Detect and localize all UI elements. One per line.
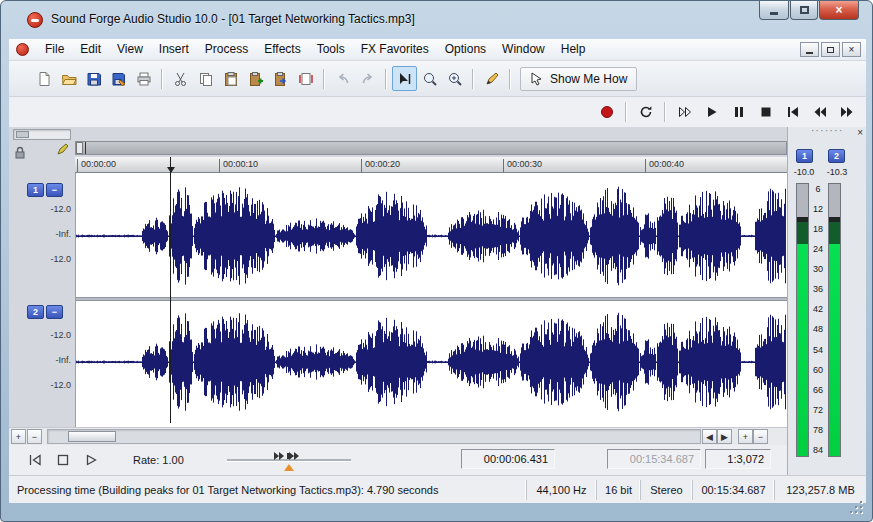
record-button[interactable] (593, 100, 620, 124)
show-me-how-button[interactable]: Show Me How (520, 67, 637, 91)
pause-button[interactable] (725, 100, 752, 124)
cut-button[interactable] (168, 66, 193, 91)
save-button[interactable] (81, 66, 106, 91)
menu-item-window[interactable]: Window (494, 39, 553, 60)
ruler-tick-00-00-10: 00:00:10 (219, 159, 258, 172)
title-bar[interactable]: Sound Forge Audio Studio 10.0 - [01 Targ… (1, 1, 872, 37)
print-button[interactable] (131, 66, 156, 91)
meter-scale-84: 84 (809, 446, 827, 455)
toolbar-separator (323, 69, 325, 89)
scroll-left-button[interactable]: ◀ (702, 429, 717, 444)
zoom-out-button[interactable]: − (27, 429, 42, 444)
open-button[interactable] (56, 66, 81, 91)
channel-1-badge[interactable]: 1 (27, 183, 44, 197)
edit-tool-button[interactable] (392, 66, 417, 91)
playbar-play-button[interactable] (79, 450, 103, 470)
meter-scale-18: 18 (809, 225, 827, 234)
zoom-in-button[interactable]: + (11, 429, 26, 444)
close-button[interactable]: × (819, 1, 859, 20)
channel-2-minimize-button[interactable]: − (46, 305, 63, 319)
maximize-button[interactable] (790, 1, 818, 20)
meter-peak-2[interactable]: -10.3 (822, 167, 852, 177)
menu-item-fx-favorites[interactable]: FX Favorites (353, 39, 437, 60)
zoom-in-time-button[interactable]: + (738, 429, 753, 444)
meter-scale-6: 6 (809, 185, 827, 194)
menu-item-insert[interactable]: Insert (151, 39, 197, 60)
magnify-tool-button[interactable] (417, 66, 442, 91)
paste-special-button[interactable] (243, 66, 268, 91)
scroll-right-button[interactable]: ▶ (717, 429, 732, 444)
new-button[interactable] (31, 66, 56, 91)
overview-thumb[interactable] (76, 142, 83, 154)
open-folder-icon (61, 71, 77, 87)
undo-button[interactable] (330, 66, 355, 91)
go-to-start-icon (785, 105, 801, 119)
playbar-go-start-button[interactable] (23, 450, 47, 470)
play-button[interactable] (698, 100, 725, 124)
trim-icon (298, 71, 314, 87)
overview-bar[interactable] (75, 141, 787, 155)
zoom-ratio-display: 1:3,072 (705, 449, 771, 469)
meter-channel-2-label: 2 (828, 149, 845, 163)
waveform-area (75, 173, 787, 427)
menu-item-effects[interactable]: Effects (256, 39, 308, 60)
resize-grip[interactable] (849, 500, 862, 513)
pencil-tool-button[interactable] (479, 66, 504, 91)
zoom-tool-icon (447, 71, 463, 87)
zoom-out-time-button[interactable]: − (753, 429, 768, 444)
meters-close-button[interactable]: × (857, 128, 863, 138)
menu-item-help[interactable]: Help (553, 39, 594, 60)
go-to-start-button[interactable] (779, 100, 806, 124)
window-title: Sound Forge Audio Studio 10.0 - [01 Targ… (51, 12, 415, 26)
mdi-restore-button[interactable] (821, 42, 840, 57)
save-as-button[interactable] (106, 66, 131, 91)
ruler-tick-00-00-20: 00:00:20 (361, 159, 400, 172)
meters-grip[interactable]: ······· (788, 124, 866, 136)
menu-item-options[interactable]: Options (437, 39, 494, 60)
overview-position-marker (85, 142, 86, 154)
position-display[interactable]: 00:00:06.431 (461, 449, 555, 469)
menu-item-view[interactable]: View (109, 39, 151, 60)
playback-cursor[interactable] (170, 157, 171, 423)
mdi-close-button[interactable]: × (842, 42, 861, 57)
stop-button[interactable] (752, 100, 779, 124)
mdi-minimize-button[interactable] (800, 42, 819, 57)
horizontal-scrollbar[interactable] (47, 429, 701, 444)
status-channels: Stereo (640, 480, 692, 500)
redo-button[interactable] (355, 66, 380, 91)
menu-item-edit[interactable]: Edit (72, 39, 109, 60)
menu-item-process[interactable]: Process (197, 39, 256, 60)
maximize-icon (800, 6, 809, 14)
zoom-tool-button[interactable] (442, 66, 467, 91)
channel-1-minimize-button[interactable]: − (46, 183, 63, 197)
loop-playback-button[interactable] (632, 100, 659, 124)
scrollbar-thumb[interactable] (68, 431, 116, 442)
menu-item-file[interactable]: File (37, 39, 72, 60)
minimize-button[interactable] (759, 1, 789, 20)
edit-marker-icon[interactable] (56, 142, 70, 159)
mix-button[interactable] (268, 66, 293, 91)
rewind-button[interactable] (806, 100, 833, 124)
paste-button[interactable] (218, 66, 243, 91)
copy-button[interactable] (193, 66, 218, 91)
channel-2-badge[interactable]: 2 (27, 305, 44, 319)
trim-button[interactable] (293, 66, 318, 91)
waveform-canvas-1[interactable] (76, 175, 786, 297)
rate-center-marker (284, 464, 294, 471)
forward-button[interactable] (833, 100, 860, 124)
playbar-stop-button[interactable] (51, 450, 75, 470)
mini-scrollbar[interactable] (13, 129, 71, 140)
play-all-button[interactable] (671, 100, 698, 124)
level-label: -Inf. (25, 355, 71, 365)
mdi-document-icon[interactable] (16, 43, 29, 56)
mini-scrollbar-thumb[interactable] (16, 131, 29, 138)
ruler-tick-00-00-40: 00:00:40 (645, 159, 684, 172)
playbar-stop-icon (55, 453, 71, 467)
play-all-icon (677, 105, 693, 119)
meter-bar-1 (796, 183, 809, 457)
time-ruler[interactable]: 00:00:0000:00:1000:00:2000:00:3000:00:40 (75, 157, 787, 173)
waveform-canvas-2[interactable] (76, 301, 786, 423)
meter-peak-1[interactable]: -10.0 (789, 167, 819, 177)
meter-scale-24: 24 (809, 245, 827, 254)
menu-item-tools[interactable]: Tools (309, 39, 353, 60)
